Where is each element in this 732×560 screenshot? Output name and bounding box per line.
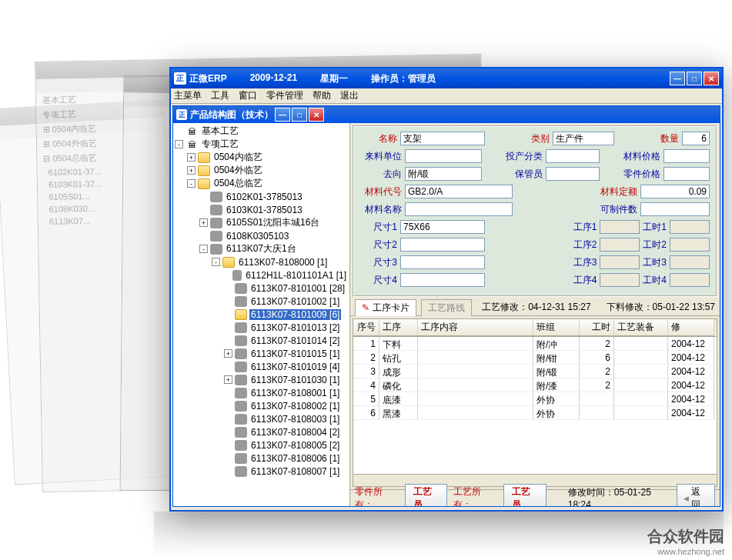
child-maximize-button[interactable]: □ [292,108,307,122]
grid-body[interactable]: 1下料附/冲22004-122钻孔附/钳62004-123成形附/锻22004-… [353,337,717,474]
tree-toggle-icon[interactable] [224,467,232,475]
tree-toggle-icon[interactable]: + [199,218,208,227]
tree-toggle-icon[interactable] [199,205,208,214]
tree-toggle-icon[interactable]: + [224,375,232,384]
tab-process-card[interactable]: 工序卡片 [355,299,416,316]
tree-item[interactable]: +0504内临艺 [175,151,348,164]
field-hour3[interactable] [670,255,710,269]
tree-item[interactable]: 6103K01-3785013 [175,203,348,216]
tree-toggle-icon[interactable] [224,336,232,345]
tree-toggle-icon[interactable] [224,454,232,462]
field-proc4[interactable] [600,273,640,287]
return-button[interactable]: 返回 [677,484,715,507]
tree-item[interactable]: 6113K07-8108002 [1] [175,399,348,412]
tree-toggle-icon[interactable]: + [187,166,196,175]
tree-toggle-icon[interactable] [224,388,232,397]
field-proc2[interactable] [600,238,640,252]
tree-item[interactable]: +6105S01沈阳丰城16台 [175,216,348,229]
grid-header-cell[interactable]: 工序内容 [418,319,533,336]
tree-toggle-icon[interactable] [199,192,208,201]
tree-toggle-icon[interactable] [224,271,230,279]
tree-item[interactable]: 6113K07-8101002 [1] [175,295,348,308]
field-part-price[interactable] [663,167,710,181]
field-proc1[interactable] [600,220,640,234]
minimize-button[interactable]: — [670,72,685,85]
tree-item[interactable]: +0504外临艺 [175,164,348,177]
menu-item[interactable]: 窗口 [239,89,257,102]
maximize-button[interactable]: □ [687,72,702,85]
menu-item[interactable]: 主菜单 [174,89,202,102]
field-hour1[interactable] [670,220,710,234]
field-material-price[interactable] [663,149,710,163]
tree-toggle-icon[interactable] [224,362,232,371]
tree-item[interactable]: 6102K01-3785013 [175,190,348,203]
field-makeable[interactable] [640,202,710,216]
grid-header-cell[interactable]: 序号 [353,319,379,336]
tree-item[interactable]: 6113K07-8108001 [1] [175,386,348,399]
tree-item[interactable]: -6113K07大庆1台 [175,242,348,255]
tree-toggle-icon[interactable]: + [187,153,196,162]
tree-item[interactable]: 6113K07-8108004 [2] [175,425,348,438]
field-size4[interactable] [400,273,485,287]
tree-item[interactable]: 6108K0305103 [175,229,348,242]
field-category[interactable] [553,132,614,145]
grid-header-cell[interactable]: 修 [668,319,714,336]
field-size3[interactable] [400,255,485,269]
tree-item[interactable]: 6113K07-8108006 [1] [175,452,348,465]
field-qty[interactable] [682,132,710,145]
field-keeper[interactable] [546,167,600,181]
tree-item[interactable]: +6113K07-8101015 [1] [175,347,348,360]
tree-toggle-icon[interactable] [224,284,232,292]
tree-item[interactable]: 6113K07-8108003 [1] [175,412,348,425]
menu-item[interactable]: 帮助 [313,89,331,102]
tree-toggle-icon[interactable]: + [224,349,232,358]
tree-item[interactable]: +6113K07-8101030 [1] [175,373,348,386]
tree-item[interactable]: 6113K07-8101014 [2] [175,334,348,347]
status-btn-1[interactable]: 工艺员 [405,484,448,507]
tab-process-route[interactable]: 工艺路线 [421,299,472,316]
grid-row[interactable]: 6黑漆外协2004-12 [353,406,717,420]
tree-toggle-icon[interactable]: - [175,140,183,148]
tree-item[interactable]: 6113K07-8108005 [2] [175,438,348,452]
field-material-code[interactable] [405,185,513,198]
titlebar[interactable]: 正 正微ERP 2009-12-21 星期一 操作员：管理员 — □ ✕ [171,68,722,88]
child-titlebar[interactable]: 正 产品结构图（技术） — □ ✕ [173,106,720,123]
tree-toggle-icon[interactable]: - [199,245,208,253]
tree-toggle-icon[interactable] [224,323,232,332]
close-button[interactable]: ✕ [704,72,719,85]
grid-row[interactable]: 4磷化附/漆22004-12 [353,378,717,392]
tree-panel[interactable]: 基本工艺-专项工艺+0504内临艺+0504外临艺-0504总临艺6102K01… [173,123,350,506]
tree-item[interactable]: 6113K07-8101019 [4] [175,360,348,373]
tree-toggle-icon[interactable] [175,127,183,135]
menu-item[interactable]: 工具 [211,89,229,102]
child-close-button[interactable]: ✕ [309,108,324,122]
tree-toggle-icon[interactable] [224,310,232,318]
tree-item[interactable]: 基本工艺 [175,125,348,138]
field-material-unit[interactable] [405,149,482,163]
tree-toggle-icon[interactable]: - [212,258,220,266]
tree-item[interactable]: 6112H1L-8101101A1 [1] [175,268,348,282]
tree-item[interactable]: -0504总临艺 [175,177,348,190]
field-proc3[interactable] [600,255,640,269]
tree-toggle-icon[interactable] [224,428,232,436]
field-name[interactable] [400,132,485,145]
field-size1[interactable] [400,220,485,234]
field-hour2[interactable] [670,238,710,252]
tree-item[interactable]: 6113K07-8101009 [6] [175,308,348,321]
tree-toggle-icon[interactable] [199,232,208,240]
grid-row[interactable]: 3成形附/锻22004-12 [353,365,717,378]
field-hour4[interactable] [670,273,710,287]
grid-row[interactable]: 1下料附/冲22004-12 [353,337,717,351]
grid-header-cell[interactable]: 工序 [379,319,418,336]
grid-row[interactable]: 5底漆外协2004-12 [353,392,717,406]
tree-toggle-icon[interactable] [224,441,232,449]
field-size2[interactable] [400,238,485,252]
status-btn-2[interactable]: 工艺员 [503,484,546,507]
tree-toggle-icon[interactable] [224,297,232,305]
field-material-name[interactable] [405,202,513,216]
tree-item[interactable]: 6113K07-8101013 [2] [175,321,348,334]
tree-toggle-icon[interactable]: - [187,179,196,188]
tree-item[interactable]: -专项工艺 [175,138,348,151]
grid-header-cell[interactable]: 工艺装备 [614,319,668,336]
tree-toggle-icon[interactable] [224,415,232,423]
